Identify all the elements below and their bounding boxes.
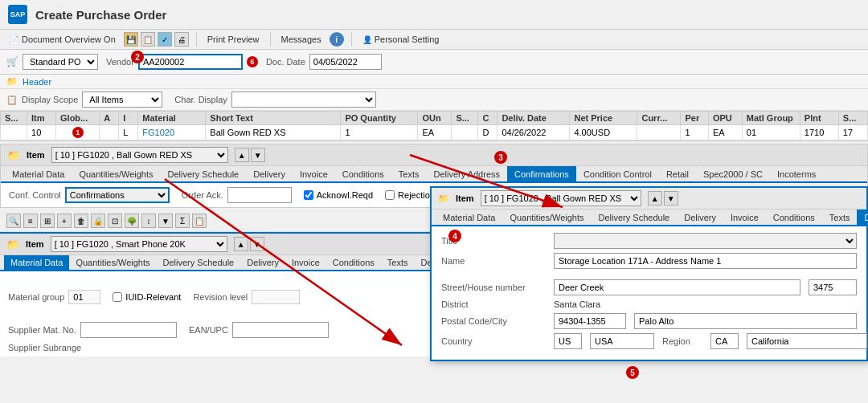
sort-btn[interactable]: ↕: [141, 214, 156, 228]
street-label: Street/House number: [441, 283, 546, 292]
tab-delivery-schedule[interactable]: Delivery Schedule: [161, 166, 247, 181]
inner-tab-quantities[interactable]: Quantities/Weights: [502, 210, 591, 225]
delete-btn[interactable]: 🗑: [74, 214, 88, 228]
table-row[interactable]: 10 1 L FG1020 Ball Gown RED XS 1 EA D 04…: [1, 125, 868, 140]
app-icon: SAP: [8, 5, 27, 24]
print-preview-btn[interactable]: Print Preview: [204, 33, 263, 46]
country-name-input[interactable]: [590, 333, 654, 349]
title-row: Title: [441, 233, 857, 249]
add-btn[interactable]: +: [57, 214, 72, 228]
lock-btn[interactable]: 🔒: [91, 214, 105, 228]
bottom-tab-delivery-schedule[interactable]: Delivery Schedule: [157, 255, 241, 270]
material-group-value: 01: [68, 290, 100, 304]
tab-condition-control[interactable]: Condition Control: [576, 166, 659, 181]
copy-icon[interactable]: 📋: [141, 32, 155, 47]
bottom-tab-invoice[interactable]: Invoice: [285, 255, 326, 270]
country-label: Country: [441, 336, 546, 346]
tab-texts[interactable]: Texts: [391, 166, 427, 181]
bottom-item-selector[interactable]: [ 10 ] FG1020 , Smart Phone 20K: [51, 236, 227, 252]
ean-input[interactable]: [232, 322, 329, 338]
grid-btn[interactable]: ⊡: [108, 214, 122, 228]
inner-tab-conditions[interactable]: Conditions: [766, 210, 822, 225]
tab-conditions[interactable]: Conditions: [335, 166, 391, 181]
conf-control-select[interactable]: Confirmations: [65, 187, 170, 203]
iuid-checkbox[interactable]: [113, 292, 122, 302]
inner-tab-delivery[interactable]: Delivery: [677, 210, 723, 225]
doc-date-group: Doc. Date: [266, 54, 382, 70]
bottom-tab-material-data[interactable]: Material Data: [4, 255, 69, 270]
bottom-prev-btn[interactable]: ▲: [234, 237, 248, 251]
save-icon[interactable]: 💾: [124, 32, 138, 47]
personal-setting-btn[interactable]: 👤 Personal Setting: [359, 33, 443, 46]
form-area: 🛒 Standard PO Vendor 6 Doc. Date: [0, 50, 868, 75]
name-row: Name: [441, 253, 857, 269]
country-code-input[interactable]: [554, 333, 582, 349]
ean-field: EAN/UPC: [189, 322, 329, 338]
layout-btn[interactable]: ⊞: [40, 214, 55, 228]
scope-row: 📋 Display Scope All Items Char. Display: [0, 89, 868, 111]
tab-retail[interactable]: Retail: [659, 166, 696, 181]
inner-tab-invoice[interactable]: Invoice: [723, 210, 766, 225]
inner-prev-btn[interactable]: ▲: [648, 191, 662, 206]
tab-confirmations[interactable]: Confirmations: [507, 166, 576, 181]
cell-shorttext: Ball Gown RED XS: [206, 125, 341, 140]
search-btn[interactable]: 🔍: [6, 214, 21, 228]
col-s2: S...: [452, 112, 478, 125]
tab-material-data[interactable]: Material Data: [5, 166, 72, 181]
street-input[interactable]: [554, 279, 800, 295]
tab-spec2000[interactable]: Spec2000 / SC: [696, 166, 770, 181]
inner-next-btn[interactable]: ▼: [664, 191, 678, 206]
page-title: Create Purchase Order: [35, 8, 166, 22]
prev-item-btn[interactable]: ▲: [235, 148, 249, 162]
postal-input[interactable]: [554, 313, 626, 329]
bottom-next-btn[interactable]: ▼: [250, 237, 264, 251]
bottom-tab-texts[interactable]: Texts: [381, 255, 415, 270]
filter-btn[interactable]: ≡: [23, 214, 38, 228]
tree-btn[interactable]: 🌳: [125, 214, 139, 228]
tab-incoterms[interactable]: Incoterms: [770, 166, 823, 181]
name-input[interactable]: [554, 253, 857, 269]
inner-item-selector[interactable]: [ 10 ] FG1020 , Ball Gown RED XS: [481, 190, 641, 206]
tab-delivery-address-upper[interactable]: Delivery Address: [426, 166, 507, 181]
header-link[interactable]: Header: [23, 77, 51, 87]
spacer-row: [441, 273, 857, 279]
messages-btn[interactable]: Messages: [278, 33, 325, 46]
badge-5: 5: [626, 366, 639, 379]
item-selector-upper[interactable]: [ 10 ] FG1020 , Ball Gown RED XS: [51, 147, 228, 163]
copy2-btn[interactable]: 📋: [192, 214, 207, 228]
tab-quantities[interactable]: Quantities/Weights: [72, 166, 160, 181]
city-input[interactable]: [634, 313, 857, 329]
char-display-select[interactable]: [231, 92, 376, 108]
item-tabs-upper: Material Data Quantities/Weights Deliver…: [1, 166, 867, 183]
supplier-mat-input[interactable]: [80, 322, 177, 338]
check-icon[interactable]: ✓: [158, 32, 172, 47]
display-scope-group: 📋 Display Scope All Items: [6, 92, 162, 108]
bottom-tab-quantities[interactable]: Quantities/Weights: [69, 255, 156, 270]
doc-date-input[interactable]: [309, 54, 382, 70]
print-icon[interactable]: 🖨: [174, 32, 189, 47]
next-item-btn[interactable]: ▼: [251, 148, 265, 162]
order-ack-input[interactable]: [227, 187, 292, 203]
doc-overview-btn[interactable]: 📄 Document Overview On: [6, 33, 119, 46]
po-type-select[interactable]: Standard PO: [23, 54, 98, 70]
tab-invoice[interactable]: Invoice: [293, 166, 335, 181]
bottom-tab-conditions[interactable]: Conditions: [326, 255, 381, 270]
title-bar: SAP Create Purchase Order: [0, 0, 868, 30]
region-code-input[interactable]: [710, 333, 739, 349]
sum-btn[interactable]: Σ: [175, 214, 190, 228]
scope-select[interactable]: All Items: [82, 92, 162, 108]
bottom-tab-delivery[interactable]: Delivery: [240, 255, 285, 270]
inner-tab-delivery-address[interactable]: Delivery Address: [857, 210, 868, 225]
region-name-input[interactable]: [747, 333, 867, 349]
title-select[interactable]: [554, 233, 857, 249]
inner-tab-texts[interactable]: Texts: [822, 210, 858, 225]
tab-delivery[interactable]: Delivery: [246, 166, 293, 181]
house-input[interactable]: [809, 279, 857, 295]
filt2-btn[interactable]: ▼: [158, 214, 173, 228]
acknowl-reqd-checkbox[interactable]: [304, 190, 313, 200]
vendor-input[interactable]: [138, 54, 243, 70]
info-icon[interactable]: i: [330, 32, 344, 47]
rejection-ind-checkbox[interactable]: [385, 190, 395, 200]
inner-tab-material-data[interactable]: Material Data: [436, 210, 502, 225]
inner-tab-delivery-schedule[interactable]: Delivery Schedule: [592, 210, 678, 225]
